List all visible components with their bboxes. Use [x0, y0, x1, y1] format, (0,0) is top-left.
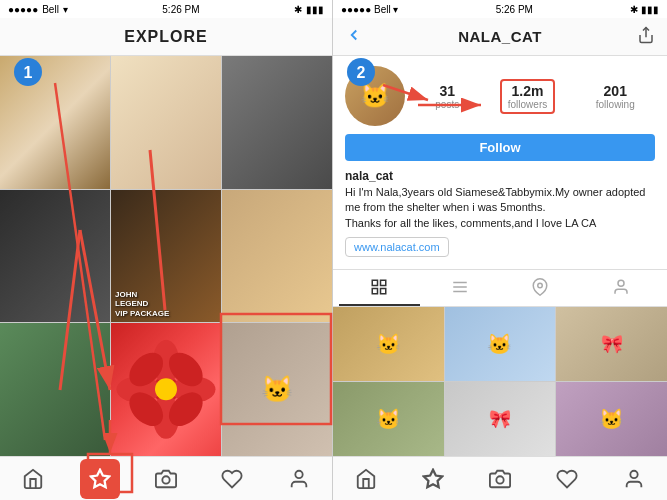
right-signal-dots: ●●●●● — [341, 4, 371, 15]
share-button[interactable] — [637, 26, 655, 48]
posts-count: 31 — [439, 83, 455, 99]
following-stat: 201 following — [596, 83, 635, 110]
right-heart-button[interactable] — [547, 459, 587, 499]
following-count: 201 — [604, 83, 627, 99]
right-battery: ▮▮▮ — [641, 4, 659, 15]
profile-photo-grid: 🐱 🐱 🎀 🐱 🎀 — [333, 307, 667, 456]
right-time: 5:26 PM — [496, 4, 533, 15]
left-wifi-icon: ▾ — [63, 4, 68, 15]
left-heart-button[interactable] — [212, 459, 252, 499]
avatar-emoji: 🐱 — [360, 82, 390, 110]
followers-count: 1.2m — [512, 83, 544, 99]
svg-point-36 — [630, 470, 637, 477]
left-panel: ●●●●● Bell ▾ 5:26 PM ✱ ▮▮▮ EXPLORE JOHNL… — [0, 0, 333, 500]
right-wifi-icon: ▾ — [393, 4, 398, 15]
left-page-title: EXPLORE — [124, 28, 207, 46]
profile-website[interactable]: www.nalacat.com — [345, 237, 449, 257]
right-carrier: ●●●●● Bell ▾ — [341, 4, 398, 15]
profile-tabs — [333, 269, 667, 307]
right-bottom-nav — [333, 456, 667, 500]
left-bottom-nav — [0, 456, 332, 500]
right-explore-button[interactable] — [413, 459, 453, 499]
left-home-button[interactable] — [13, 459, 53, 499]
svg-point-11 — [162, 476, 169, 483]
right-carrier-name: Bell — [374, 4, 393, 15]
svg-rect-28 — [381, 289, 386, 294]
svg-marker-34 — [424, 469, 442, 486]
explore-photo-grid: JOHNLEGENDVIP PACKAGE — [0, 56, 332, 456]
photo-cell-3[interactable] — [222, 56, 332, 189]
left-explore-button[interactable] — [80, 459, 120, 499]
svg-rect-25 — [373, 280, 378, 285]
right-profile-button[interactable] — [614, 459, 654, 499]
thumb-cell-6[interactable]: 🐱 — [556, 382, 667, 456]
follow-button[interactable]: Follow — [345, 134, 655, 161]
right-page-title: NALA_CAT — [458, 28, 542, 45]
photo-cell-4[interactable] — [0, 190, 110, 323]
posts-label: posts — [435, 99, 459, 110]
profile-username: nala_cat — [345, 169, 655, 183]
left-signal-dots: ●●●●● — [8, 4, 38, 15]
right-bluetooth: ✱ — [630, 4, 638, 15]
thumb-cell-2[interactable]: 🐱 — [445, 307, 556, 381]
left-carrier: ●●●●● Bell ▾ — [8, 4, 68, 15]
tab-tagged[interactable] — [581, 270, 662, 306]
svg-point-35 — [496, 476, 503, 483]
profile-stats: 31 posts 1.2m followers 201 following — [415, 79, 655, 114]
svg-point-33 — [618, 280, 624, 286]
svg-rect-26 — [381, 280, 386, 285]
thumb-cell-4[interactable]: 🐱 — [333, 382, 444, 456]
right-status-icons: ✱ ▮▮▮ — [630, 4, 659, 15]
left-profile-button[interactable] — [279, 459, 319, 499]
left-battery: ▮▮▮ — [306, 4, 324, 15]
followers-label: followers — [508, 99, 547, 110]
right-panel: ●●●●● Bell ▾ 5:26 PM ✱ ▮▮▮ NALA_CAT — [333, 0, 667, 500]
svg-point-32 — [538, 283, 543, 288]
photo-cell-9[interactable]: 🐱 — [222, 323, 332, 456]
left-status-right: ✱ ▮▮▮ — [294, 4, 324, 15]
tab-grid[interactable] — [339, 270, 420, 306]
profile-top-row: 🐱 31 posts 1.2m followers 201 following — [345, 66, 655, 126]
right-nav-bar: NALA_CAT — [333, 18, 667, 56]
svg-point-9 — [155, 379, 177, 401]
back-button[interactable] — [345, 26, 363, 48]
thumb-cell-5[interactable]: 🎀 — [445, 382, 556, 456]
photo-cell-2[interactable] — [111, 56, 221, 189]
thumb-cell-3[interactable]: 🎀 — [556, 307, 667, 381]
left-bluetooth: ✱ — [294, 4, 302, 15]
right-status-bar: ●●●●● Bell ▾ 5:26 PM ✱ ▮▮▮ — [333, 0, 667, 18]
left-camera-button[interactable] — [146, 459, 186, 499]
left-time: 5:26 PM — [162, 4, 199, 15]
avatar: 🐱 — [345, 66, 405, 126]
followers-stat: 1.2m followers — [500, 79, 555, 114]
thumb-cell-1[interactable]: 🐱 — [333, 307, 444, 381]
posts-stat: 31 posts — [435, 83, 459, 110]
photo-cell-5[interactable]: JOHNLEGENDVIP PACKAGE — [111, 190, 221, 323]
photo-cell-8[interactable] — [111, 323, 221, 456]
right-camera-button[interactable] — [480, 459, 520, 499]
left-carrier-name: Bell — [42, 4, 59, 15]
right-home-button[interactable] — [346, 459, 386, 499]
svg-point-12 — [295, 470, 302, 477]
photo-cell-6[interactable] — [222, 190, 332, 323]
left-status-bar: ●●●●● Bell ▾ 5:26 PM ✱ ▮▮▮ — [0, 0, 332, 18]
photo-cell-7[interactable] — [0, 323, 110, 456]
following-label: following — [596, 99, 635, 110]
svg-rect-27 — [373, 289, 378, 294]
svg-marker-10 — [90, 469, 108, 486]
photo-text-5: JOHNLEGENDVIP PACKAGE — [115, 290, 169, 319]
profile-section: 🐱 31 posts 1.2m followers 201 following — [333, 56, 667, 269]
profile-bio: Hi I'm Nala,3years old Siamese&Tabbymix.… — [345, 185, 655, 231]
tab-list[interactable] — [420, 270, 501, 306]
left-nav-bar: EXPLORE — [0, 18, 332, 56]
tab-location[interactable] — [500, 270, 581, 306]
photo-cell-1[interactable] — [0, 56, 110, 189]
